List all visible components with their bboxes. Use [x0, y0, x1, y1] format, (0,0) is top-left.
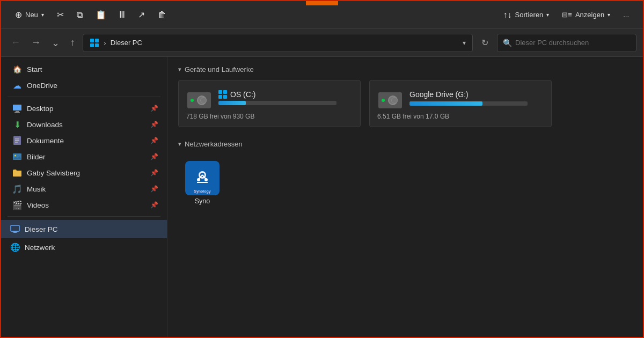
music-icon: 🎵 [12, 183, 23, 194]
search-input[interactable] [515, 39, 631, 47]
folder-icon [12, 167, 23, 178]
sidebar-item-musik[interactable]: 🎵 Musik 📌 [3, 181, 165, 197]
svg-point-23 [204, 178, 208, 181]
drive-fill-c [218, 101, 246, 105]
svg-rect-13 [11, 225, 19, 231]
address-dropdown-icon: ▾ [463, 39, 466, 47]
download-icon: ⬇ [12, 119, 23, 130]
svg-point-22 [197, 178, 200, 181]
delete-icon: 🗑 [158, 10, 166, 20]
sidebar-item-videos[interactable]: 🎬 Videos 📌 [3, 197, 165, 213]
devices-section-label: Geräte und Laufwerke [185, 65, 254, 74]
sidebar: 🏠 Start ☁ OneDrive Desktop 📌 ⬇ Downloads… [1, 57, 167, 337]
this-pc-icon [10, 224, 20, 234]
content-area: ▾ Geräte und Laufwerke [167, 57, 643, 337]
pin-icon-dokumente: 📌 [150, 137, 158, 144]
sidebar-label-netzwerk: Netzwerk [25, 244, 160, 252]
network-chevron-icon: ▾ [178, 141, 181, 148]
address-bar[interactable]: › Dieser PC ▾ [83, 34, 473, 52]
images-icon [12, 151, 23, 162]
drive-bar-c [218, 101, 336, 105]
copy-button[interactable]: ⧉ [71, 7, 88, 23]
sidebar-label-downloads: Downloads [27, 121, 146, 129]
pin-icon-musik: 📌 [150, 185, 158, 193]
drive-top-os-c: OS (C:) [186, 87, 353, 108]
sidebar-item-onedrive[interactable]: ☁ OneDrive [3, 77, 165, 93]
pin-icon-desktop: 📌 [150, 105, 158, 112]
copy-icon: ⧉ [77, 10, 83, 20]
drive-hdd-icon-g [377, 87, 403, 108]
sidebar-label-start: Start [27, 65, 158, 74]
network-section-header[interactable]: ▾ Netzwerkadressen [178, 140, 632, 148]
new-chevron-icon: ▾ [41, 12, 44, 18]
share-button[interactable]: ↗ [133, 6, 150, 23]
sidebar-label-gaby: Gaby Salvisberg [27, 169, 146, 177]
sidebar-separator-1 [8, 97, 160, 97]
sidebar-item-gaby[interactable]: Gaby Salvisberg 📌 [3, 165, 165, 181]
new-button[interactable]: ⊕ Neu ▾ [10, 6, 49, 23]
more-button[interactable]: ... [618, 8, 634, 22]
sidebar-item-bilder[interactable]: Bilder 📌 [3, 149, 165, 165]
home-icon: 🏠 [12, 64, 23, 75]
orange-accent [306, 1, 338, 5]
new-label: Neu [25, 11, 38, 19]
back-button[interactable]: ← [8, 35, 24, 50]
pin-icon-videos: 📌 [150, 201, 158, 209]
history-button[interactable]: ⌄ [48, 35, 63, 51]
file-explorer-window: ⊕ Neu ▾ ✂ ⧉ 📋 Ⅲ ↗ 🗑 ↑↓ Sortieren ▾ [0, 0, 644, 338]
address-text: Dieser PC [111, 39, 459, 47]
paste-icon: 📋 [96, 10, 106, 20]
forward-button[interactable]: → [28, 35, 44, 50]
search-bar[interactable]: 🔍 [497, 34, 636, 52]
sidebar-label-onedrive: OneDrive [27, 82, 158, 90]
devices-chevron-icon: ▾ [178, 66, 181, 73]
svg-rect-5 [16, 111, 19, 112]
addressbar-row: ← → ⌄ ↑ › Dieser PC ▾ ↻ 🔍 [1, 29, 643, 57]
sidebar-separator-2 [8, 216, 160, 217]
pc-address-icon [90, 38, 99, 48]
delete-button[interactable]: 🗑 [152, 7, 172, 23]
pin-icon-downloads: 📌 [150, 121, 158, 128]
sidebar-item-dieser-pc[interactable]: Dieser PC [1, 220, 167, 238]
sidebar-label-bilder: Bilder [27, 153, 146, 161]
drive-fill-g [409, 101, 482, 106]
rename-icon: Ⅲ [119, 10, 125, 20]
refresh-button[interactable]: ↻ [477, 35, 493, 50]
svg-rect-1 [95, 39, 99, 42]
sidebar-label-desktop: Desktop [27, 105, 146, 113]
drive-name-g: Google Drive (G:) [409, 90, 469, 99]
main-area: 🏠 Start ☁ OneDrive Desktop 📌 ⬇ Downloads… [1, 57, 643, 337]
sidebar-item-dokumente[interactable]: Dokumente 📌 [3, 133, 165, 149]
sidebar-item-netzwerk[interactable]: 🌐 Netzwerk [1, 238, 167, 256]
view-button[interactable]: ⊟≡ Anzeigen ▾ [557, 8, 616, 22]
sidebar-item-desktop[interactable]: Desktop 📌 [3, 100, 165, 116]
view-label: Anzeigen [575, 11, 604, 19]
drive-name-c: OS (C:) [230, 90, 255, 99]
network-items: Syno [178, 155, 632, 211]
cut-button[interactable]: ✂ [52, 6, 69, 23]
drive-free-c: 718 GB frei von 930 GB [186, 113, 353, 120]
search-icon: 🔍 [503, 39, 512, 47]
drive-bar-g [409, 101, 528, 106]
video-icon: 🎬 [12, 200, 23, 210]
synology-icon [185, 161, 219, 195]
rename-button[interactable]: Ⅲ [114, 6, 130, 23]
svg-point-12 [14, 155, 16, 157]
sidebar-label-musik: Musik [27, 185, 146, 193]
network-icon: 🌐 [10, 242, 20, 253]
svg-rect-4 [13, 105, 21, 111]
sort-button[interactable]: ↑↓ Sortieren ▾ [498, 7, 555, 23]
sidebar-item-downloads[interactable]: ⬇ Downloads 📌 [3, 116, 165, 133]
network-section-label: Netzwerkadressen [185, 140, 243, 148]
drive-card-google-g[interactable]: Google Drive (G:) 6.51 GB frei von 17.0 … [369, 80, 552, 127]
devices-section-header[interactable]: ▾ Geräte und Laufwerke [178, 65, 632, 74]
svg-rect-0 [90, 39, 94, 42]
view-icon: ⊟≡ [562, 11, 572, 19]
svg-rect-2 [90, 43, 94, 47]
up-button[interactable]: ↑ [67, 35, 78, 50]
sidebar-item-start[interactable]: 🏠 Start [3, 61, 165, 77]
sidebar-label-dokumente: Dokumente [27, 137, 146, 145]
drive-card-os-c[interactable]: OS (C:) 718 GB frei von 930 GB [178, 80, 361, 127]
paste-button[interactable]: 📋 [90, 6, 112, 23]
network-item-syno[interactable]: Syno [178, 157, 226, 209]
